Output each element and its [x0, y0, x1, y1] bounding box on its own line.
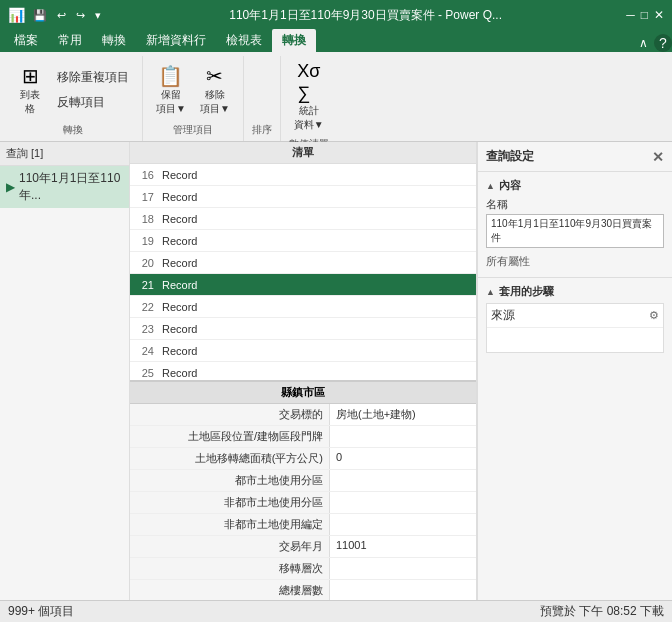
- stats-icon: Xσ∑: [297, 61, 320, 104]
- all-properties-label: 所有屬性: [486, 254, 664, 269]
- remove-items-label: 移除項目▼: [200, 88, 230, 116]
- props-container: 縣鎮市區 交易標的 房地(土地+建物) 土地區段位置/建物區段門牌 土地移轉總面…: [130, 382, 476, 600]
- ribbon-group-transform-label: 轉換: [63, 123, 83, 137]
- close-btn[interactable]: ✕: [654, 8, 664, 22]
- tab-transform2[interactable]: 轉換: [272, 29, 316, 52]
- ribbon-group-values-content: Xσ∑ 統計資料▼: [289, 58, 329, 135]
- prop-label: 非都市土地使用分區: [130, 492, 330, 513]
- to-table-btn[interactable]: ⊞ 到表格: [12, 61, 48, 119]
- prop-value: [330, 492, 476, 513]
- right-panel-header: 查詢設定 ✕: [478, 142, 672, 172]
- stats-label: 統計資料▼: [294, 104, 324, 132]
- query-item-main[interactable]: ▶ 110年1月1日至110年...: [0, 166, 129, 208]
- ribbon-group-sort-label: 排序: [252, 123, 272, 137]
- step-gear-icon[interactable]: ⚙: [649, 309, 659, 322]
- list-row[interactable]: 21 Record: [130, 274, 476, 296]
- list-row-num: 16: [130, 169, 158, 181]
- status-bar: 999+ 個項目 預覽於 下午 08:52 下載: [0, 600, 672, 622]
- prop-label: 總樓層數: [130, 580, 330, 600]
- list-row-val: Record: [158, 301, 476, 313]
- prop-row: 移轉層次: [130, 558, 476, 580]
- list-row[interactable]: 16 Record: [130, 164, 476, 186]
- content-section-title: 內容: [486, 178, 664, 193]
- list-row[interactable]: 17 Record: [130, 186, 476, 208]
- list-row-val: Record: [158, 323, 476, 335]
- list-row-num: 18: [130, 213, 158, 225]
- list-row[interactable]: 19 Record: [130, 230, 476, 252]
- prop-row: 非都市土地使用分區: [130, 492, 476, 514]
- center-panel: 清單 16 Record 17 Record 18 Record 19 Reco…: [130, 142, 477, 600]
- list-row-val: Record: [158, 257, 476, 269]
- prop-label: 非都市土地使用編定: [130, 514, 330, 535]
- prop-row: 土地區段位置/建物區段門牌: [130, 426, 476, 448]
- list-row-val: Record: [158, 367, 476, 379]
- list-row[interactable]: 25 Record: [130, 362, 476, 380]
- list-row[interactable]: 20 Record: [130, 252, 476, 274]
- remove-duplicates-btn[interactable]: 移除重複項目: [52, 66, 134, 89]
- list-row-val: Record: [158, 213, 476, 225]
- tab-home[interactable]: 常用: [48, 29, 92, 52]
- remove-dup-label: 移除重複項目: [57, 69, 129, 86]
- window-title: 110年1月1日至110年9月30日買賣案件 - Power Q...: [105, 7, 626, 24]
- prop-row: 交易標的 房地(土地+建物): [130, 404, 476, 426]
- keep-items-label: 保留項目▼: [156, 88, 186, 116]
- status-left: 999+ 個項目: [8, 603, 74, 620]
- tab-transform[interactable]: 轉換: [92, 29, 136, 52]
- save-quick-btn[interactable]: 💾: [29, 7, 51, 24]
- prop-value: 11001: [330, 536, 476, 557]
- prop-value: 0: [330, 448, 476, 469]
- statistics-btn[interactable]: Xσ∑ 統計資料▼: [289, 58, 329, 135]
- undo-quick-btn[interactable]: ↩: [53, 7, 70, 24]
- maximize-btn[interactable]: □: [641, 8, 648, 22]
- prop-row: 都市土地使用分區: [130, 470, 476, 492]
- keep-items-btn[interactable]: 📋 保留項目▼: [151, 61, 191, 119]
- list-scroll-area[interactable]: 16 Record 17 Record 18 Record 19 Record …: [130, 164, 476, 380]
- prop-label: 都市土地使用分區: [130, 470, 330, 491]
- list-row[interactable]: 23 Record: [130, 318, 476, 340]
- help-btn[interactable]: ?: [654, 34, 672, 52]
- ribbon-group-transform: ⊞ 到表格 移除重複項目 反轉項目 轉換: [4, 56, 143, 141]
- to-table-label: 到表格: [20, 88, 40, 116]
- list-row[interactable]: 22 Record: [130, 296, 476, 318]
- right-panel: 查詢設定 ✕ 內容 名稱 110年1月1日至110年9月30日買賣案件 所有屬性…: [477, 142, 672, 600]
- list-header: 清單: [130, 142, 476, 164]
- reverse-btn[interactable]: 反轉項目: [52, 91, 134, 114]
- list-row-num: 23: [130, 323, 158, 335]
- name-field-value[interactable]: 110年1月1日至110年9月30日買賣案件: [486, 214, 664, 248]
- ribbon-group-manage-label: 管理項目: [173, 123, 213, 137]
- query-icon: ▶: [6, 180, 15, 194]
- collapse-ribbon-btn[interactable]: ∧: [633, 34, 654, 52]
- app-icon: 📊: [8, 7, 25, 23]
- list-row[interactable]: 18 Record: [130, 208, 476, 230]
- list-row-val: Record: [158, 279, 476, 291]
- prop-label: 交易標的: [130, 404, 330, 425]
- tab-add-column[interactable]: 新增資料行: [136, 29, 216, 52]
- remove-items-icon: ✂: [206, 64, 223, 88]
- query-item-label: 110年1月1日至110年...: [19, 170, 123, 204]
- title-bar: 📊 💾 ↩ ↪ ▾ 110年1月1日至110年9月30日買賣案件 - Power…: [0, 0, 672, 30]
- prop-value: [330, 580, 476, 600]
- properties-section: 縣鎮市區 交易標的 房地(土地+建物) 土地區段位置/建物區段門牌 土地移轉總面…: [130, 380, 476, 600]
- tab-file[interactable]: 檔案: [4, 29, 48, 52]
- ribbon-group-sort: 排序: [244, 56, 281, 141]
- ribbon-group-manage: 📋 保留項目▼ ✂ 移除項目▼ 管理項目: [143, 56, 244, 141]
- keep-items-icon: 📋: [158, 64, 183, 88]
- list-row-num: 22: [130, 301, 158, 313]
- window-controls: ─ □ ✕: [626, 8, 664, 22]
- prop-value: [330, 514, 476, 535]
- list-row[interactable]: 24 Record: [130, 340, 476, 362]
- dropdown-quick-btn[interactable]: ▾: [91, 7, 105, 24]
- close-settings-btn[interactable]: ✕: [652, 149, 664, 165]
- prop-label: 交易年月: [130, 536, 330, 557]
- tab-view[interactable]: 檢視表: [216, 29, 272, 52]
- redo-quick-btn[interactable]: ↪: [72, 7, 89, 24]
- ribbon-group-transform-content: ⊞ 到表格 移除重複項目 反轉項目: [12, 58, 134, 121]
- step-source-label[interactable]: 來源: [491, 307, 515, 324]
- minimize-btn[interactable]: ─: [626, 8, 635, 22]
- step-row-source: 來源 ⚙: [487, 304, 663, 328]
- ribbon-tab-bar: 檔案 常用 轉換 新增資料行 檢視表 轉換 ∧ ?: [0, 30, 672, 52]
- list-row-num: 25: [130, 367, 158, 379]
- remove-items-btn[interactable]: ✂ 移除項目▼: [195, 61, 235, 119]
- steps-list: 來源 ⚙: [486, 303, 664, 353]
- main-area: 查詢 [1] ▶ 110年1月1日至110年... 清單 16 Record 1…: [0, 142, 672, 600]
